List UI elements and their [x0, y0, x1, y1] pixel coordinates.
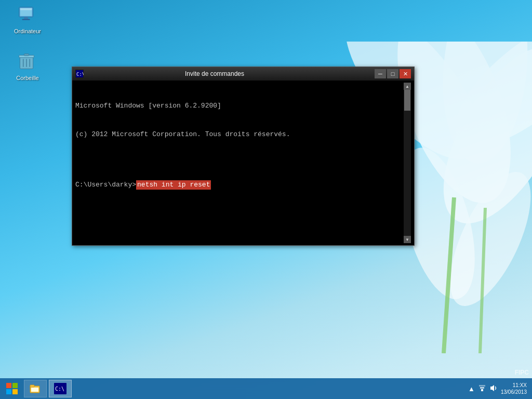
svg-rect-25 — [6, 389, 11, 394]
taskbar-right: ▲ 11:XX 13/06/2013 — [468, 382, 530, 395]
svg-rect-16 — [24, 54, 29, 56]
svg-rect-13 — [20, 8, 32, 10]
cmd-command-text: netsh int ip reset — [136, 180, 211, 190]
cmd-line2: (c) 2012 Microsoft Corporation. Tous dro… — [75, 130, 404, 139]
cmd-taskbar-icon: C:\ — [54, 383, 66, 394]
taskbar-app-explorer[interactable] — [24, 380, 47, 397]
svg-rect-32 — [481, 389, 483, 391]
cmd-line1: Microsoft Windows [version 6.2.9200] — [75, 101, 404, 111]
cmd-prompt-line: C:\Users\darky>netsh int ip reset — [75, 180, 404, 190]
system-clock[interactable]: 11:XX 13/06/2013 — [501, 382, 527, 395]
recycle-bin-icon-label: Corbeille — [16, 75, 38, 82]
cmd-content: Microsoft Windows [version 6.2.9200] (c)… — [75, 83, 404, 243]
taskbar: C:\ ▲ 11:XX 13/06/2013 — [0, 378, 532, 399]
cmd-body: Microsoft Windows [version 6.2.9200] (c)… — [72, 81, 414, 245]
explorer-taskbar-icon — [29, 383, 42, 394]
svg-rect-23 — [6, 383, 11, 388]
network-tray-icon[interactable] — [478, 384, 486, 394]
computer-icon-image — [17, 5, 38, 26]
scrollbar-up-arrow[interactable]: ▲ — [404, 83, 411, 90]
svg-rect-28 — [30, 385, 34, 387]
scrollbar-down-arrow[interactable]: ▼ — [404, 236, 411, 243]
svg-rect-11 — [24, 17, 28, 19]
cmd-titlebar: C:\ Invite de commandes ─ □ ✕ — [72, 67, 414, 81]
taskbar-app-cmd[interactable]: C:\ — [49, 380, 72, 397]
svg-marker-35 — [490, 385, 494, 391]
close-button[interactable]: ✕ — [400, 69, 411, 78]
minimize-button[interactable]: ─ — [375, 69, 386, 78]
svg-rect-26 — [12, 389, 18, 394]
fipc-watermark: FIPC — [515, 369, 529, 376]
svg-rect-24 — [12, 383, 18, 388]
cmd-scrollbar[interactable]: ▲ ▼ — [404, 83, 411, 243]
show-hidden-tray-icon[interactable]: ▲ — [468, 385, 475, 393]
computer-icon-label: Ordinateur — [14, 28, 41, 35]
cmd-window: C:\ Invite de commandes ─ □ ✕ Microsoft … — [72, 66, 415, 246]
svg-rect-33 — [480, 387, 484, 389]
start-icon — [6, 383, 18, 394]
clock-time: 11:XX — [501, 382, 527, 389]
recycle-bin-icon[interactable]: Corbeille — [9, 52, 46, 82]
svg-rect-29 — [31, 388, 38, 392]
recycle-bin-icon-image — [17, 52, 38, 73]
svg-rect-12 — [22, 19, 30, 20]
svg-text:C:\: C:\ — [55, 386, 64, 392]
computer-icon[interactable]: Ordinateur — [9, 5, 46, 35]
start-button[interactable] — [2, 380, 22, 397]
maximize-button[interactable]: □ — [387, 69, 398, 78]
volume-tray-icon[interactable] — [489, 384, 498, 394]
desktop: Ordinateur Corbeille — [0, 0, 532, 399]
svg-text:C:\: C:\ — [76, 72, 84, 77]
scrollbar-thumb[interactable] — [404, 90, 410, 111]
cmd-window-icon: C:\ — [75, 70, 84, 78]
scrollbar-track[interactable] — [404, 90, 411, 236]
cmd-prompt-text: C:\Users\darky> — [75, 180, 136, 190]
clock-date: 13/06/2013 — [501, 389, 527, 395]
cmd-window-title: Invite de commandes — [87, 70, 342, 77]
svg-rect-34 — [479, 385, 485, 387]
